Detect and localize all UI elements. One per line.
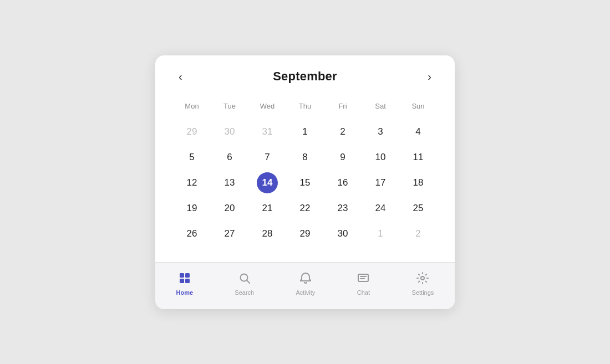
nav-label-activity: Activity — [296, 289, 315, 296]
chat-icon — [357, 271, 370, 287]
nav-item-chat[interactable]: Chat — [345, 268, 381, 299]
nav-item-home[interactable]: Home — [165, 268, 205, 299]
table-row[interactable]: 22 — [286, 196, 324, 221]
table-row[interactable]: 12 — [173, 170, 211, 196]
day-header-sun: Sun — [399, 98, 437, 119]
table-row[interactable]: 24 — [362, 196, 399, 221]
table-row[interactable]: 2 — [399, 221, 437, 247]
calendar-grid: Mon Tue Wed Thu Fri Sat Sun 29 30 31 1 2… — [173, 98, 437, 247]
search-icon — [238, 271, 251, 287]
table-row[interactable]: 20 — [211, 196, 248, 221]
bell-icon — [299, 271, 312, 287]
table-row[interactable]: 18 — [399, 170, 437, 196]
day-header-tue: Tue — [211, 98, 248, 119]
table-row[interactable]: 21 — [248, 196, 286, 221]
nav-label-search: Search — [235, 289, 254, 296]
table-row[interactable]: 3 — [362, 119, 399, 145]
nav-item-search[interactable]: Search — [223, 268, 265, 299]
home-icon — [178, 271, 191, 287]
table-row[interactable]: 6 — [211, 145, 248, 170]
table-row[interactable]: 26 — [173, 221, 211, 247]
nav-label-settings: Settings — [412, 289, 434, 296]
table-row[interactable]: 30 — [211, 119, 248, 145]
selected-day-cell[interactable]: 14 — [248, 170, 286, 196]
nav-label-chat: Chat — [357, 289, 370, 296]
svg-rect-6 — [358, 274, 368, 281]
table-row[interactable]: 17 — [362, 170, 399, 196]
table-row[interactable]: 9 — [324, 145, 362, 170]
table-row[interactable]: 11 — [399, 145, 437, 170]
table-row[interactable]: 4 — [399, 119, 437, 145]
svg-rect-2 — [180, 279, 184, 283]
table-row[interactable]: 25 — [399, 196, 437, 221]
table-row[interactable]: 13 — [211, 170, 248, 196]
table-row[interactable]: 27 — [211, 221, 248, 247]
table-row[interactable]: 23 — [324, 196, 362, 221]
table-row[interactable]: 10 — [362, 145, 399, 170]
table-row[interactable]: 16 — [324, 170, 362, 196]
svg-rect-1 — [185, 273, 190, 278]
day-header-sat: Sat — [362, 98, 399, 119]
app-container: ‹ September › Mon Tue Wed Thu Fri Sat Su… — [155, 55, 455, 309]
day-header-wed: Wed — [248, 98, 286, 119]
bottom-nav: Home Search Activity — [155, 262, 455, 309]
calendar-section: ‹ September › Mon Tue Wed Thu Fri Sat Su… — [155, 55, 455, 262]
table-row[interactable]: 31 — [248, 119, 286, 145]
day-header-fri: Fri — [324, 98, 362, 119]
nav-item-settings[interactable]: Settings — [401, 268, 445, 299]
svg-point-4 — [240, 274, 247, 281]
day-header-mon: Mon — [173, 98, 211, 119]
svg-rect-0 — [180, 273, 184, 278]
table-row[interactable]: 7 — [248, 145, 286, 170]
table-row[interactable]: 8 — [286, 145, 324, 170]
calendar-header: ‹ September › — [173, 69, 437, 84]
svg-rect-3 — [185, 279, 190, 283]
table-row[interactable]: 29 — [286, 221, 324, 247]
nav-item-activity[interactable]: Activity — [284, 268, 326, 299]
gear-icon — [416, 271, 429, 287]
table-row[interactable]: 29 — [173, 119, 211, 145]
table-row[interactable]: 30 — [324, 221, 362, 247]
table-row[interactable]: 15 — [286, 170, 324, 196]
table-row[interactable]: 1 — [362, 221, 399, 247]
prev-month-button[interactable]: ‹ — [173, 69, 188, 84]
table-row[interactable]: 1 — [286, 119, 324, 145]
day-header-thu: Thu — [286, 98, 324, 119]
month-title: September — [273, 69, 337, 84]
table-row[interactable]: 19 — [173, 196, 211, 221]
table-row[interactable]: 28 — [248, 221, 286, 247]
svg-point-9 — [421, 276, 424, 280]
table-row[interactable]: 2 — [324, 119, 362, 145]
table-row[interactable]: 5 — [173, 145, 211, 170]
svg-line-5 — [247, 280, 250, 283]
nav-label-home: Home — [176, 289, 194, 296]
next-month-button[interactable]: › — [422, 69, 437, 84]
